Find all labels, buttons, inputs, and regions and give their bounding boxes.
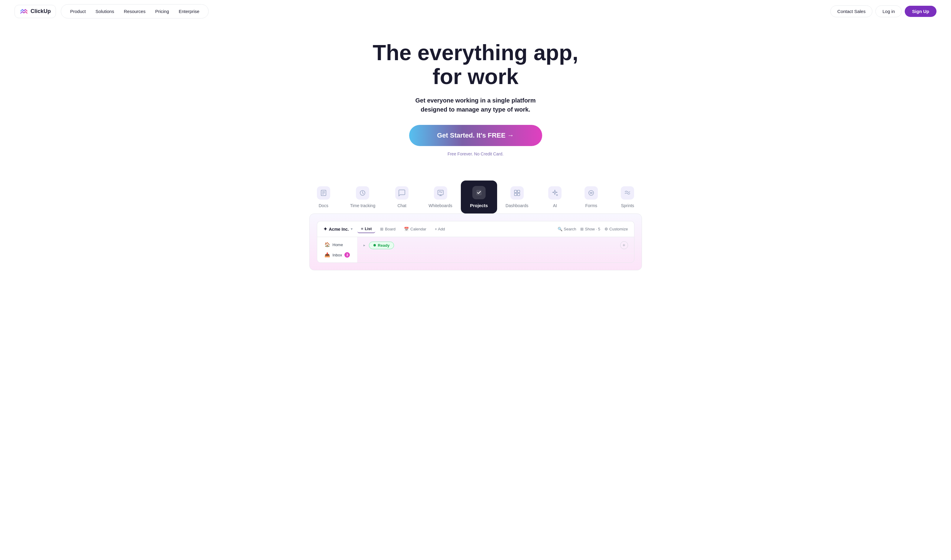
sidebar-item-inbox[interactable]: 📥 Inbox 3 [321,250,354,260]
navbar-left: ClickUp Product Solutions Resources Pric… [14,4,209,18]
inbox-label: Inbox [332,253,342,257]
hero-note: Free Forever. No Credit Card. [448,151,503,156]
nav-link-pricing[interactable]: Pricing [151,7,173,16]
app-content-row: ▸ Ready + [357,237,634,254]
tab-sprints[interactable]: Sprints [609,181,646,214]
tab-dashboards-label: Dashboards [506,203,529,208]
tab-forms-label: Forms [585,203,597,208]
search-action[interactable]: 🔍 Search [558,227,576,231]
navbar: ClickUp Product Solutions Resources Pric… [0,0,951,23]
sprints-icon [621,186,634,200]
svg-rect-11 [514,193,517,195]
feature-tabs: Docs Time tracking Chat Whiteboards [12,180,939,214]
show-label: Show · 5 [585,227,600,231]
time-tracking-icon [356,186,369,200]
nav-link-product[interactable]: Product [66,7,90,16]
app-bar-left: ✦ Acme Inc. ▾ ≡ List ⊞ Board 📅 Cal [323,225,449,233]
tab-sprints-label: Sprints [621,203,634,208]
status-dot [374,244,376,246]
calendar-icon: 📅 [404,227,409,231]
whiteboards-icon [434,186,447,200]
nav-link-resources[interactable]: Resources [120,7,150,16]
show-action[interactable]: ⊞ Show · 5 [580,227,600,231]
tab-time-tracking[interactable]: Time tracking [342,181,384,214]
svg-rect-12 [517,193,520,195]
add-task-button[interactable]: + [620,241,628,249]
search-icon: 🔍 [558,227,562,231]
tab-projects[interactable]: Projects [461,180,497,214]
workspace-label: Acme Inc. [329,227,349,232]
customize-icon: ⚙ [605,227,608,231]
workspace-icon: ✦ [323,226,327,232]
hero-section: The everything app, for work Get everyon… [0,23,951,180]
home-label: Home [332,243,343,247]
svg-point-13 [589,191,594,195]
clickup-logo-icon [20,7,28,16]
tab-whiteboards[interactable]: Whiteboards [420,181,461,214]
navbar-right: Contact Sales Log in Sign Up [830,5,937,17]
add-label: + Add [435,227,445,231]
ai-icon [548,186,562,200]
forms-icon [585,186,598,200]
calendar-label: Calendar [410,227,426,231]
tab-forms[interactable]: Forms [573,181,609,214]
app-tabs: ≡ List ⊞ Board 📅 Calendar + Add [357,225,449,233]
home-icon: 🏠 [325,242,330,247]
tab-dashboards[interactable]: Dashboards [497,181,537,214]
app-top-bar: ✦ Acme Inc. ▾ ≡ List ⊞ Board 📅 Cal [317,221,634,237]
sidebar-item-home[interactable]: 🏠 Home [321,240,354,250]
app-tab-calendar[interactable]: 📅 Calendar [400,225,430,233]
status-badge: Ready [369,242,394,249]
nav-link-solutions[interactable]: Solutions [91,7,118,16]
list-icon: ≡ [361,226,363,231]
board-label: Board [385,227,395,231]
dashboards-icon [511,186,524,200]
signup-button[interactable]: Sign Up [905,6,937,17]
app-tab-list[interactable]: ≡ List [357,225,375,233]
projects-icon [472,186,486,199]
workspace-chevron-icon: ▾ [351,227,352,231]
tab-time-tracking-label: Time tracking [350,203,375,208]
svg-rect-9 [514,190,517,192]
app-tab-board[interactable]: ⊞ Board [377,225,399,233]
tab-ai-label: AI [553,203,557,208]
list-label: List [365,226,372,231]
docs-icon [317,186,330,200]
app-tab-add[interactable]: + Add [431,225,449,233]
status-label: Ready [378,243,389,248]
search-label: Search [564,227,576,231]
brand-name: ClickUp [31,8,51,14]
contact-sales-button[interactable]: Contact Sales [830,5,873,17]
svg-rect-10 [517,190,520,192]
app-sidebar: 🏠 Home 📥 Inbox 3 [317,237,358,263]
tab-docs[interactable]: Docs [305,181,342,214]
features-section: Docs Time tracking Chat Whiteboards [0,180,951,270]
app-inner: 🏠 Home 📥 Inbox 3 ▸ Ready + [317,237,634,263]
hero-subtitle-line1: Get everyone working in a single platfor… [415,96,536,105]
app-main: ▸ Ready + [357,237,634,263]
nav-link-enterprise[interactable]: Enterprise [174,7,203,16]
tab-chat[interactable]: Chat [384,181,420,214]
board-icon: ⊞ [380,227,383,231]
tab-whiteboards-label: Whiteboards [428,203,452,208]
row-chevron-icon: ▸ [363,243,365,247]
tab-docs-label: Docs [319,203,328,208]
hero-subtitle: Get everyone working in a single platfor… [415,96,536,114]
svg-rect-5 [438,190,443,195]
inbox-badge: 3 [345,252,350,258]
app-bar-right: 🔍 Search ⊞ Show · 5 ⚙ Customize [558,227,628,231]
customize-label: Customize [609,227,628,231]
chat-icon [395,186,409,200]
customize-action[interactable]: ⚙ Customize [605,227,628,231]
workspace-name[interactable]: ✦ Acme Inc. ▾ [323,226,352,232]
login-button[interactable]: Log in [876,5,902,17]
hero-title: The everything app, for work [361,41,591,89]
show-icon: ⊞ [580,227,583,231]
nav-links: Product Solutions Resources Pricing Ente… [61,4,209,18]
app-preview: ✦ Acme Inc. ▾ ≡ List ⊞ Board 📅 Cal [309,214,642,270]
cta-button[interactable]: Get Started. It's FREE → [409,125,542,146]
logo[interactable]: ClickUp [14,5,56,18]
inbox-icon: 📥 [325,252,330,258]
tab-ai[interactable]: AI [537,181,573,214]
tab-projects-label: Projects [470,203,488,208]
